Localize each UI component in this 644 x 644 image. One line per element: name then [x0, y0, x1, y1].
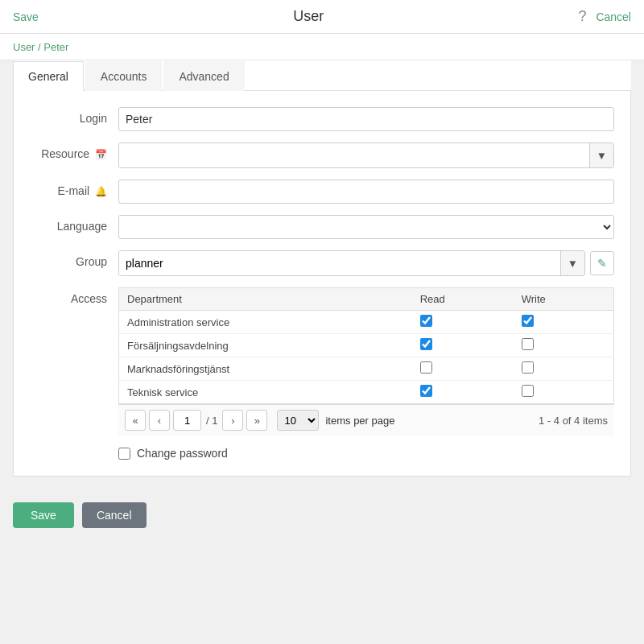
resource-input-wrap: ▼ [118, 142, 614, 168]
resource-control: ▼ [118, 142, 614, 168]
page-total: / 1 [206, 415, 217, 427]
col-dept: Department [119, 288, 412, 311]
top-bar-right: ? Cancel [578, 8, 631, 25]
page-first-button[interactable]: « [125, 410, 146, 431]
top-save-button[interactable]: Save [13, 10, 39, 23]
page-size-select[interactable]: 10 25 50 100 [277, 410, 319, 431]
breadcrumb: User / Peter [0, 34, 644, 60]
resource-input[interactable] [119, 143, 589, 167]
bottom-bar: Save Cancel [0, 489, 644, 541]
access-label: Access [30, 287, 118, 305]
form-card: Login Resource 📅 ▼ E-mail 🔔 [13, 91, 631, 477]
change-password-label[interactable]: Change password [137, 447, 228, 460]
resource-row: Resource 📅 ▼ [30, 142, 614, 168]
table-row: Marknadsföringstjänst [119, 357, 614, 381]
login-row: Login [30, 107, 614, 131]
dept-cell: Teknisk service [119, 381, 412, 404]
login-label: Login [30, 107, 118, 125]
page-next-button[interactable]: › [222, 410, 243, 431]
access-row: Access Department Read Write Administrat… [30, 287, 614, 436]
page-last-button[interactable]: » [246, 410, 267, 431]
items-per-page-label: items per page [325, 415, 394, 427]
table-row: Försäljningsavdelning [119, 334, 614, 357]
page-info: 1 - 4 of 4 items [539, 415, 608, 427]
read-checkbox[interactable] [420, 315, 432, 327]
bottom-cancel-button[interactable]: Cancel [82, 502, 147, 528]
login-control [118, 107, 614, 131]
pagination: « ‹ / 1 › » 10 25 50 100 items per page … [118, 404, 614, 436]
access-wrap: Department Read Write Administration ser… [118, 287, 614, 436]
group-control: ▼ ✎ [118, 250, 614, 276]
tab-general[interactable]: General [13, 61, 84, 91]
resource-icon: 📅 [95, 149, 107, 160]
page-number-input[interactable] [173, 410, 201, 431]
read-cell [412, 311, 514, 334]
write-checkbox[interactable] [522, 338, 534, 350]
read-checkbox[interactable] [420, 385, 432, 397]
email-input[interactable] [118, 180, 614, 204]
resource-dropdown-button[interactable]: ▼ [589, 143, 613, 167]
write-checkbox[interactable] [522, 315, 534, 327]
dept-cell: Administration service [119, 311, 412, 334]
group-input-wrap: ▼ [118, 250, 585, 276]
col-write: Write [514, 288, 614, 311]
change-password-checkbox[interactable] [118, 448, 130, 460]
col-read: Read [412, 288, 514, 311]
tab-advanced[interactable]: Advanced [163, 61, 244, 91]
write-cell [514, 357, 614, 381]
page-title: User [293, 8, 324, 25]
write-cell [514, 311, 614, 334]
dept-cell: Marknadsföringstjänst [119, 357, 412, 381]
bottom-save-button[interactable]: Save [13, 502, 74, 528]
group-dropdown-button[interactable]: ▼ [560, 251, 584, 275]
dept-cell: Försäljningsavdelning [119, 334, 412, 357]
group-input[interactable] [119, 251, 560, 275]
breadcrumb-link[interactable]: User / Peter [13, 41, 68, 53]
group-edit-button[interactable]: ✎ [590, 251, 614, 275]
language-select[interactable]: English Swedish [118, 215, 614, 239]
help-icon[interactable]: ? [578, 8, 586, 25]
main-content: General Accounts Advanced Login Resource… [0, 60, 644, 489]
read-cell [412, 357, 514, 381]
tab-accounts[interactable]: Accounts [85, 61, 163, 91]
top-bar: Save User ? Cancel [0, 0, 644, 34]
top-cancel-button[interactable]: Cancel [596, 10, 631, 23]
tabs: General Accounts Advanced [13, 60, 631, 91]
login-input[interactable] [118, 107, 614, 131]
read-cell [412, 334, 514, 357]
group-wrap: ▼ ✎ [118, 250, 614, 276]
email-bell-icon: 🔔 [95, 186, 107, 197]
access-table: Department Read Write Administration ser… [118, 287, 614, 404]
write-cell [514, 334, 614, 357]
table-row: Administration service [119, 311, 614, 334]
language-row: Language English Swedish [30, 215, 614, 239]
group-label: Group [30, 250, 118, 268]
email-row: E-mail 🔔 [30, 180, 614, 204]
group-row: Group ▼ ✎ [30, 250, 614, 276]
resource-label: Resource 📅 [30, 142, 118, 160]
read-checkbox[interactable] [420, 338, 432, 350]
read-cell [412, 381, 514, 404]
table-row: Teknisk service [119, 381, 614, 404]
page-prev-button[interactable]: ‹ [149, 410, 170, 431]
email-control [118, 180, 614, 204]
email-label: E-mail 🔔 [30, 180, 118, 197]
change-password-row: Change password [30, 447, 614, 460]
language-label: Language [30, 215, 118, 233]
language-control: English Swedish [118, 215, 614, 239]
write-checkbox[interactable] [522, 385, 534, 397]
read-checkbox[interactable] [420, 361, 432, 374]
write-cell [514, 381, 614, 404]
write-checkbox[interactable] [522, 361, 534, 374]
